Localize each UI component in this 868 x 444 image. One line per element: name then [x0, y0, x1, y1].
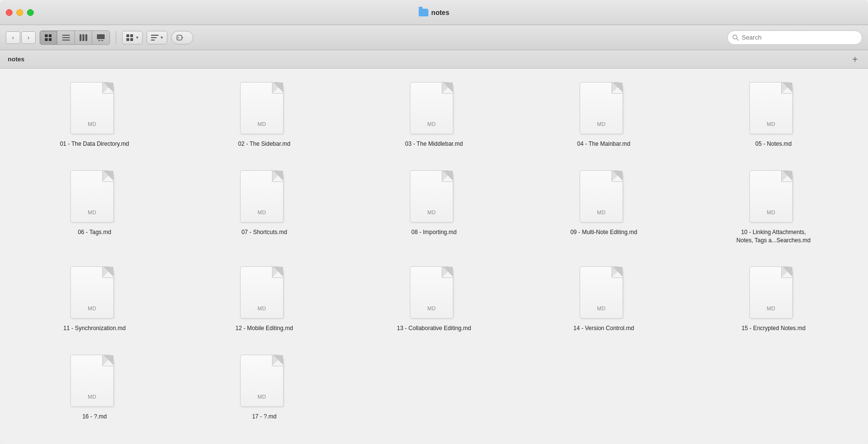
- file-name-label: 07 - Shortcuts.md: [242, 228, 287, 236]
- file-item[interactable]: MD 03 - The Middlebar.md: [354, 78, 514, 152]
- file-item[interactable]: MD 15 - Encrypted Notes.md: [693, 263, 854, 336]
- svg-rect-15: [126, 38, 129, 41]
- file-item[interactable]: MD 04 - The Mainbar.md: [524, 78, 684, 152]
- pathbar-title: notes: [8, 56, 25, 63]
- file-name-label: 02 - The Sidebar.md: [238, 140, 291, 148]
- svg-rect-6: [62, 40, 70, 41]
- svg-point-21: [178, 37, 179, 38]
- file-item[interactable]: MD 13 - Collaborative Editing.md: [354, 263, 514, 336]
- doc-shape: MD: [410, 266, 453, 319]
- file-item[interactable]: MD 16 - ?.md: [14, 351, 175, 425]
- forward-button[interactable]: ›: [21, 31, 36, 44]
- file-icon: MD: [580, 266, 628, 319]
- file-icon: MD: [749, 82, 798, 135]
- svg-rect-4: [62, 35, 70, 36]
- doc-shape: MD: [240, 82, 284, 134]
- view-icon-button[interactable]: [40, 31, 57, 44]
- svg-rect-13: [126, 34, 129, 37]
- svg-rect-19: [151, 40, 155, 41]
- svg-rect-8: [82, 34, 84, 41]
- file-icon: MD: [240, 82, 288, 135]
- svg-rect-2: [45, 38, 48, 41]
- file-ext-label: MD: [88, 209, 96, 215]
- maximize-button[interactable]: [27, 9, 34, 16]
- svg-rect-11: [98, 40, 100, 41]
- view-column-button[interactable]: [75, 31, 92, 44]
- file-item[interactable]: MD 02 - The Sidebar.md: [184, 78, 344, 152]
- file-name-label: 12 - Mobile Editing.md: [235, 324, 293, 333]
- file-ext-label: MD: [597, 121, 606, 127]
- doc-shape: MD: [70, 82, 114, 134]
- sort-icon: [151, 34, 159, 41]
- back-button[interactable]: ‹: [6, 31, 20, 44]
- tag-button[interactable]: [171, 31, 193, 44]
- list-view-icon: [62, 34, 70, 42]
- file-icon: MD: [70, 355, 119, 408]
- file-ext-label: MD: [597, 209, 606, 215]
- file-name-label: 05 - Notes.md: [755, 140, 791, 148]
- doc-shape: MD: [240, 266, 284, 319]
- arrange-icon: [126, 34, 134, 41]
- doc-shape: MD: [749, 266, 793, 319]
- file-name-label: 14 - Version Control.md: [573, 324, 634, 333]
- file-icon: MD: [410, 266, 458, 319]
- arrange-button[interactable]: ▾: [122, 31, 143, 44]
- file-ext-label: MD: [767, 305, 775, 311]
- file-name-label: 17 - ?.md: [252, 413, 277, 421]
- svg-rect-14: [130, 34, 133, 37]
- file-item[interactable]: MD 05 - Notes.md: [693, 78, 854, 152]
- content-area[interactable]: MD 01 - The Data Directory.md MD 02 - Th…: [0, 69, 868, 444]
- search-input[interactable]: [742, 34, 857, 41]
- file-name-label: 10 - Linking Attachments, Notes, Tags a.…: [735, 228, 812, 245]
- doc-shape: MD: [580, 82, 623, 134]
- doc-shape: MD: [749, 82, 793, 134]
- file-icon: MD: [240, 355, 288, 408]
- file-item[interactable]: MD 17 - ?.md: [184, 351, 344, 425]
- svg-rect-0: [45, 34, 48, 37]
- file-icon: MD: [240, 266, 288, 319]
- minimize-button[interactable]: [16, 9, 23, 16]
- forward-icon: ›: [27, 34, 29, 41]
- doc-shape: MD: [70, 355, 114, 407]
- file-item[interactable]: MD 01 - The Data Directory.md: [14, 78, 175, 152]
- titlebar: notes: [0, 0, 868, 25]
- search-box[interactable]: [727, 30, 862, 45]
- finder-window: notes ‹ ›: [0, 0, 868, 444]
- file-item[interactable]: MD 08 - Importing.md: [354, 166, 514, 249]
- file-ext-label: MD: [258, 394, 266, 400]
- file-ext-label: MD: [258, 305, 266, 311]
- doc-shape: MD: [410, 82, 453, 134]
- add-button[interactable]: +: [850, 54, 860, 65]
- tag-icon: [176, 34, 188, 41]
- file-name-label: 15 - Encrypted Notes.md: [742, 324, 806, 333]
- column-view-icon: [79, 34, 88, 42]
- doc-shape: MD: [70, 266, 114, 319]
- file-item[interactable]: MD 09 - Multi-Note Editing.md: [524, 166, 684, 249]
- doc-shape: MD: [240, 355, 284, 407]
- file-name-label: 06 - Tags.md: [78, 228, 111, 236]
- file-item[interactable]: MD 14 - Version Control.md: [524, 263, 684, 336]
- svg-rect-12: [101, 40, 103, 41]
- file-ext-label: MD: [427, 121, 436, 127]
- file-item[interactable]: MD 11 - Synchronization.md: [14, 263, 175, 336]
- svg-rect-9: [85, 34, 87, 41]
- doc-shape: MD: [580, 266, 623, 319]
- svg-rect-17: [151, 35, 159, 36]
- file-item[interactable]: MD 10 - Linking Attachments, Notes, Tags…: [693, 166, 854, 249]
- file-name-label: 16 - ?.md: [82, 413, 107, 421]
- svg-rect-16: [130, 38, 133, 41]
- view-list-button[interactable]: [57, 31, 75, 44]
- doc-shape: MD: [580, 170, 623, 222]
- view-gallery-button[interactable]: [92, 31, 109, 44]
- file-ext-label: MD: [767, 209, 775, 215]
- sort-button[interactable]: ▾: [147, 31, 167, 44]
- pathbar: notes +: [0, 50, 868, 69]
- file-item[interactable]: MD 06 - Tags.md: [14, 166, 175, 249]
- file-item[interactable]: MD 07 - Shortcuts.md: [184, 166, 344, 249]
- folder-icon: [419, 9, 428, 16]
- file-item[interactable]: MD 12 - Mobile Editing.md: [184, 263, 344, 336]
- doc-shape: MD: [749, 170, 793, 222]
- file-name-label: 04 - The Mainbar.md: [577, 140, 631, 148]
- close-button[interactable]: [6, 9, 13, 16]
- svg-rect-5: [62, 37, 70, 38]
